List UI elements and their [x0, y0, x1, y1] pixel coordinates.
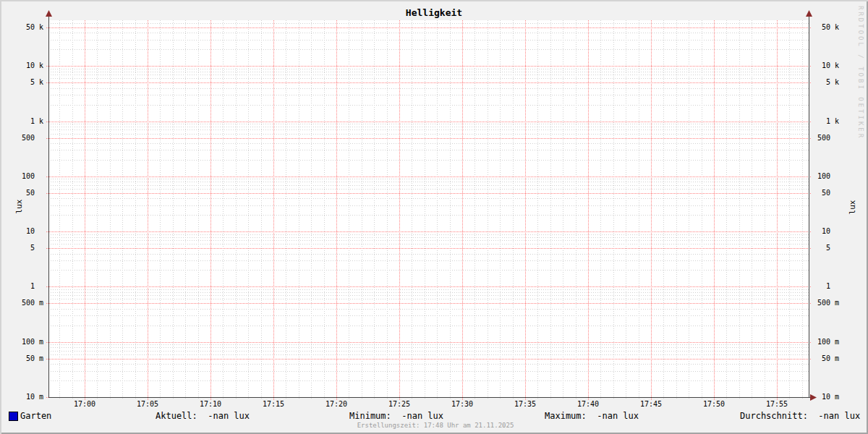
y-tick-label-right: 10 m [813, 393, 839, 401]
y-tick-label-left: 100 [17, 172, 43, 181]
y-tick-label-right: 50 m [813, 354, 839, 363]
x-tick-label: 17:35 [503, 400, 547, 409]
x-tick-label: 17:45 [629, 400, 673, 409]
y-tick-label-right: 500 m [813, 299, 839, 307]
y-tick-label-right: 5 [813, 244, 839, 252]
series-name: Garten [20, 411, 51, 421]
y-tick-label-right: 1 k [813, 117, 839, 126]
y-tick-label-left: 50 [17, 189, 43, 197]
y-tick-label-left: 5 k [17, 78, 43, 87]
plot-canvas [48, 20, 809, 397]
y-tick-label-right: 500 [813, 134, 839, 142]
y-tick-label-left: 50 k [17, 23, 43, 32]
y-tick-label-right: 10 [813, 227, 839, 236]
x-tick-label: 17:05 [126, 400, 169, 409]
x-tick-label: 17:25 [378, 400, 421, 409]
x-tick-label: 17:15 [252, 400, 295, 409]
y-tick-label-right: 10 k [813, 61, 839, 70]
x-tick-label: 17:50 [692, 400, 736, 409]
x-tick-label: 17:00 [63, 400, 106, 409]
y-tick-label-left: 5 [17, 244, 43, 252]
chart-grid [0, 0, 868, 434]
y-tick-label-right: 100 [813, 172, 839, 181]
stat-minimum: Minimum: -nan lux [349, 411, 443, 421]
stat-maximum: Maximum: -nan lux [545, 411, 639, 421]
creation-timestamp: Erstellungszeit: 17:48 Uhr am 21.11.2025 [0, 422, 868, 429]
chart-title: Helligkeit [0, 7, 868, 18]
series-color-swatch [9, 412, 18, 421]
x-tick-label: 17:30 [441, 400, 484, 409]
x-tick-label: 17:40 [566, 400, 610, 409]
y-tick-label-left: 10 [17, 227, 43, 236]
y-tick-label-left: 1 k [17, 117, 43, 126]
y-tick-label-right: 1 [813, 282, 839, 291]
y-tick-label-left: 50 m [17, 354, 43, 363]
x-tick-label: 17:55 [755, 400, 799, 409]
stat-durchschnitt: Durchschnitt: -nan lux [740, 411, 860, 421]
y-tick-label-left: 500 [17, 134, 43, 142]
y-tick-label-right: 50 k [813, 23, 839, 32]
y-tick-label-right: 100 m [813, 338, 839, 346]
y-tick-label-left: 500 m [17, 299, 43, 307]
x-tick-label: 17:10 [189, 400, 232, 409]
y-tick-label-right: 50 [813, 189, 839, 197]
y-axis-unit-label-right: lux [848, 186, 857, 229]
y-tick-label-right: 5 k [813, 78, 839, 87]
legend-row: Garten Aktuell: -nan lux Minimum: -nan l… [0, 409, 868, 422]
stat-aktuell: Aktuell: -nan lux [156, 411, 250, 421]
x-tick-label: 17:20 [315, 400, 358, 409]
y-tick-label-left: 10 k [17, 61, 43, 70]
y-tick-label-left: 1 [17, 282, 43, 291]
rrdtool-graph: Helligkeit lux lux RRDTOOL / TOBI OETIKE… [0, 0, 868, 434]
rrdtool-watermark: RRDTOOL / TOBI OETIKER [857, 6, 864, 140]
y-tick-label-left: 10 m [17, 393, 43, 401]
y-tick-label-left: 100 m [17, 338, 43, 346]
